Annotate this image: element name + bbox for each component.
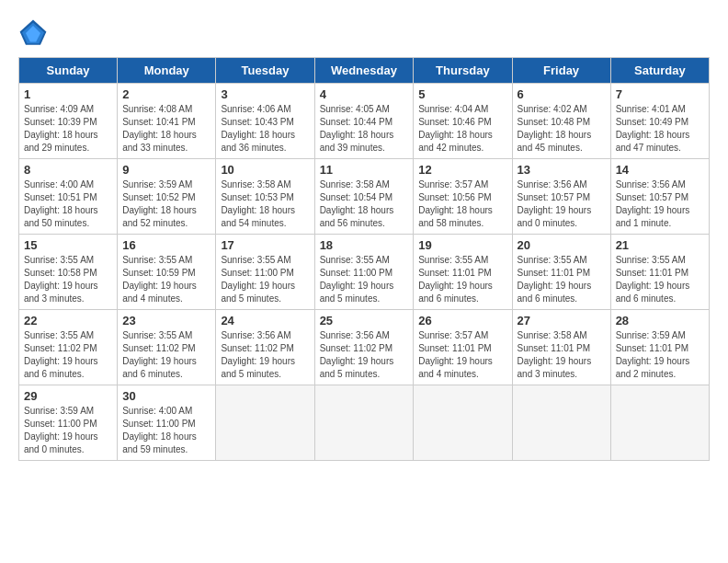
logo-icon [18, 18, 48, 48]
day-cell [216, 385, 314, 461]
calendar-table: SundayMondayTuesdayWednesdayThursdayFrid… [18, 57, 710, 461]
day-info: Sunrise: 3:58 AM Sunset: 10:53 PM Daylig… [221, 178, 309, 230]
day-cell: 29 Sunrise: 3:59 AM Sunset: 11:00 PM Day… [19, 385, 118, 461]
day-cell: 9 Sunrise: 3:59 AM Sunset: 10:52 PM Dayl… [118, 159, 216, 235]
day-cell [414, 385, 512, 461]
day-info: Sunrise: 4:04 AM Sunset: 10:46 PM Daylig… [418, 103, 506, 155]
day-number: 19 [418, 238, 506, 252]
day-cell [610, 385, 709, 461]
day-info: Sunrise: 3:56 AM Sunset: 11:02 PM Daylig… [320, 329, 409, 381]
day-info: Sunrise: 3:58 AM Sunset: 10:54 PM Daylig… [320, 178, 409, 230]
day-cell: 25 Sunrise: 3:56 AM Sunset: 11:02 PM Day… [314, 310, 414, 385]
day-number: 1 [24, 87, 112, 101]
day-number: 20 [518, 238, 606, 252]
day-cell: 14 Sunrise: 3:56 AM Sunset: 10:57 PM Day… [610, 159, 709, 235]
day-cell: 30 Sunrise: 4:00 AM Sunset: 11:00 PM Day… [118, 385, 216, 461]
day-number: 26 [418, 314, 506, 327]
week-row-1: 1 Sunrise: 4:09 AM Sunset: 10:39 PM Dayl… [19, 84, 710, 159]
week-row-2: 8 Sunrise: 4:00 AM Sunset: 10:51 PM Dayl… [19, 159, 710, 235]
day-number: 28 [616, 314, 704, 327]
day-info: Sunrise: 3:57 AM Sunset: 11:01 PM Daylig… [418, 329, 506, 381]
calendar-header: SundayMondayTuesdayWednesdayThursdayFrid… [19, 58, 710, 84]
day-cell: 22 Sunrise: 3:55 AM Sunset: 11:02 PM Day… [19, 310, 118, 385]
day-info: Sunrise: 4:09 AM Sunset: 10:39 PM Daylig… [24, 103, 112, 155]
header-friday: Friday [512, 58, 610, 84]
day-info: Sunrise: 3:55 AM Sunset: 11:00 PM Daylig… [221, 254, 309, 305]
day-number: 13 [518, 163, 606, 177]
day-info: Sunrise: 3:55 AM Sunset: 11:02 PM Daylig… [122, 329, 210, 381]
day-cell: 19 Sunrise: 3:55 AM Sunset: 11:01 PM Day… [414, 235, 512, 310]
day-cell: 21 Sunrise: 3:55 AM Sunset: 11:01 PM Day… [610, 235, 709, 310]
day-info: Sunrise: 4:00 AM Sunset: 10:51 PM Daylig… [24, 178, 112, 230]
day-info: Sunrise: 4:06 AM Sunset: 10:43 PM Daylig… [221, 103, 309, 155]
page-header [18, 18, 710, 48]
day-number: 14 [616, 163, 704, 177]
day-cell: 2 Sunrise: 4:08 AM Sunset: 10:41 PM Dayl… [118, 84, 216, 159]
day-number: 3 [221, 87, 309, 101]
day-number: 11 [320, 163, 409, 177]
header-wednesday: Wednesday [314, 58, 414, 84]
day-info: Sunrise: 4:02 AM Sunset: 10:48 PM Daylig… [518, 103, 606, 155]
day-cell: 4 Sunrise: 4:05 AM Sunset: 10:44 PM Dayl… [314, 84, 414, 159]
day-number: 25 [320, 314, 409, 327]
day-number: 9 [122, 163, 210, 177]
day-number: 15 [24, 238, 112, 252]
day-info: Sunrise: 4:01 AM Sunset: 10:49 PM Daylig… [616, 103, 704, 155]
day-info: Sunrise: 3:57 AM Sunset: 10:56 PM Daylig… [418, 178, 506, 230]
day-info: Sunrise: 3:55 AM Sunset: 10:58 PM Daylig… [24, 254, 112, 305]
day-cell: 28 Sunrise: 3:59 AM Sunset: 11:01 PM Day… [610, 310, 709, 385]
day-cell: 24 Sunrise: 3:56 AM Sunset: 11:02 PM Day… [216, 310, 314, 385]
day-number: 4 [320, 87, 409, 101]
day-cell: 20 Sunrise: 3:55 AM Sunset: 11:01 PM Day… [512, 235, 610, 310]
day-number: 22 [24, 314, 112, 327]
day-info: Sunrise: 3:55 AM Sunset: 11:01 PM Daylig… [616, 254, 704, 305]
day-cell: 26 Sunrise: 3:57 AM Sunset: 11:01 PM Day… [414, 310, 512, 385]
day-cell: 5 Sunrise: 4:04 AM Sunset: 10:46 PM Dayl… [414, 84, 512, 159]
day-info: Sunrise: 3:56 AM Sunset: 10:57 PM Daylig… [518, 178, 606, 230]
day-cell [512, 385, 610, 461]
header-tuesday: Tuesday [216, 58, 314, 84]
day-cell: 27 Sunrise: 3:58 AM Sunset: 11:01 PM Day… [512, 310, 610, 385]
day-info: Sunrise: 4:08 AM Sunset: 10:41 PM Daylig… [122, 103, 210, 155]
day-cell: 3 Sunrise: 4:06 AM Sunset: 10:43 PM Dayl… [216, 84, 314, 159]
calendar-body: 1 Sunrise: 4:09 AM Sunset: 10:39 PM Dayl… [19, 84, 710, 461]
day-cell: 11 Sunrise: 3:58 AM Sunset: 10:54 PM Day… [314, 159, 414, 235]
day-number: 18 [320, 238, 409, 252]
day-cell: 23 Sunrise: 3:55 AM Sunset: 11:02 PM Day… [118, 310, 216, 385]
day-info: Sunrise: 3:59 AM Sunset: 10:52 PM Daylig… [122, 178, 210, 230]
week-row-3: 15 Sunrise: 3:55 AM Sunset: 10:58 PM Day… [19, 235, 710, 310]
header-thursday: Thursday [414, 58, 512, 84]
header-saturday: Saturday [610, 58, 709, 84]
day-number: 10 [221, 163, 309, 177]
day-number: 12 [418, 163, 506, 177]
day-number: 27 [518, 314, 606, 327]
logo [18, 18, 51, 48]
day-info: Sunrise: 3:55 AM Sunset: 10:59 PM Daylig… [122, 254, 210, 305]
day-number: 8 [24, 163, 112, 177]
day-number: 5 [418, 87, 506, 101]
day-cell: 7 Sunrise: 4:01 AM Sunset: 10:49 PM Dayl… [610, 84, 709, 159]
day-number: 2 [122, 87, 210, 101]
day-number: 17 [221, 238, 309, 252]
day-info: Sunrise: 3:56 AM Sunset: 11:02 PM Daylig… [221, 329, 309, 381]
day-cell [314, 385, 414, 461]
day-number: 30 [122, 389, 210, 403]
day-cell: 1 Sunrise: 4:09 AM Sunset: 10:39 PM Dayl… [19, 84, 118, 159]
week-row-4: 22 Sunrise: 3:55 AM Sunset: 11:02 PM Day… [19, 310, 710, 385]
day-info: Sunrise: 4:05 AM Sunset: 10:44 PM Daylig… [320, 103, 409, 155]
day-info: Sunrise: 3:58 AM Sunset: 11:01 PM Daylig… [518, 329, 606, 381]
day-cell: 15 Sunrise: 3:55 AM Sunset: 10:58 PM Day… [19, 235, 118, 310]
day-cell: 16 Sunrise: 3:55 AM Sunset: 10:59 PM Day… [118, 235, 216, 310]
day-number: 16 [122, 238, 210, 252]
day-number: 6 [518, 87, 606, 101]
day-number: 7 [616, 87, 704, 101]
day-cell: 13 Sunrise: 3:56 AM Sunset: 10:57 PM Day… [512, 159, 610, 235]
day-info: Sunrise: 3:59 AM Sunset: 11:00 PM Daylig… [24, 405, 112, 456]
day-number: 23 [122, 314, 210, 327]
day-info: Sunrise: 3:55 AM Sunset: 11:01 PM Daylig… [418, 254, 506, 305]
header-sunday: Sunday [19, 58, 118, 84]
day-number: 21 [616, 238, 704, 252]
day-info: Sunrise: 3:55 AM Sunset: 11:00 PM Daylig… [320, 254, 409, 305]
day-number: 29 [24, 389, 112, 403]
day-number: 24 [221, 314, 309, 327]
